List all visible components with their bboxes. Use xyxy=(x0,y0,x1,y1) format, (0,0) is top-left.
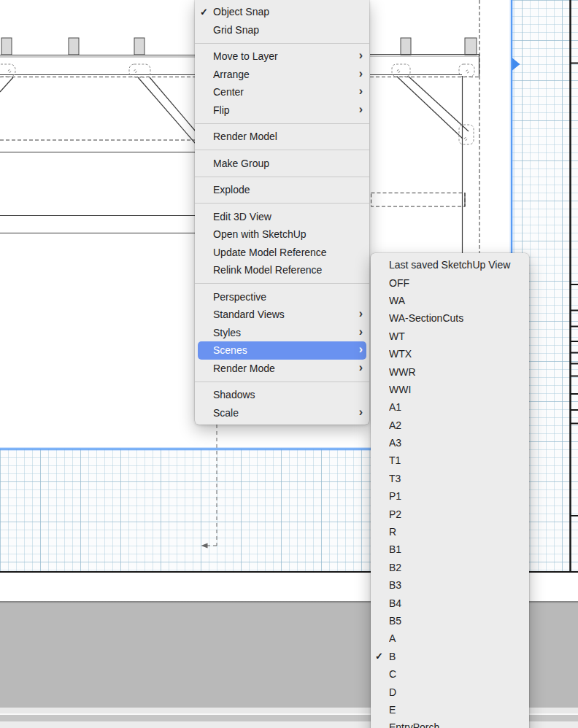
menu-item-label: Render Mode xyxy=(213,363,359,374)
scene-item-wt[interactable]: WT xyxy=(371,328,529,345)
menu-item-label: Move to Layer xyxy=(213,50,359,62)
scene-item-b2[interactable]: B2 xyxy=(371,559,529,576)
scene-item-p1[interactable]: P1 xyxy=(371,487,529,505)
scene-item-b[interactable]: ✓B xyxy=(371,648,529,665)
menu-item-label: B5 xyxy=(389,615,523,627)
scene-item-t3[interactable]: T3 xyxy=(371,470,529,487)
menu-item-label: Standard Views xyxy=(213,309,359,320)
menu-item-label: Relink Model Reference xyxy=(213,264,363,276)
menu-item-perspective[interactable]: Perspective xyxy=(195,288,369,306)
submenu-chevron-icon: › xyxy=(359,50,363,61)
menu-item-label: Arrange xyxy=(213,69,359,80)
scene-item-e[interactable]: E xyxy=(371,701,529,719)
menu-item-label: EntryPorch xyxy=(389,721,523,728)
selection-handle[interactable] xyxy=(512,58,520,71)
menu-item-styles[interactable]: Styles› xyxy=(195,324,369,342)
menu-item-label: WA xyxy=(389,295,523,306)
menu-item-move-to-layer[interactable]: Move to Layer› xyxy=(195,47,369,66)
leader-arrow-icon xyxy=(201,543,208,549)
submenu-chevron-icon: › xyxy=(359,85,363,97)
menu-item-arrange[interactable]: Arrange› xyxy=(195,66,369,84)
scene-item-wwi[interactable]: WWI xyxy=(371,381,529,398)
menu-separator xyxy=(195,203,369,204)
scene-item-off[interactable]: OFF xyxy=(371,274,529,291)
menu-item-label: WT xyxy=(389,330,523,342)
submenu-chevron-icon: › xyxy=(359,104,363,115)
menu-item-label: WA-SectionCuts xyxy=(389,312,523,324)
menu-item-open-with-sketchup[interactable]: Open with SketchUp xyxy=(195,225,369,244)
submenu-chevron-icon: › xyxy=(359,344,363,355)
submenu-chevron-icon: › xyxy=(359,362,363,373)
scene-item-b5[interactable]: B5 xyxy=(371,612,529,630)
menu-item-flip[interactable]: Flip› xyxy=(195,101,369,120)
scene-item-t1[interactable]: T1 xyxy=(371,452,529,469)
scene-item-b3[interactable]: B3 xyxy=(371,576,529,594)
menu-item-explode[interactable]: Explode xyxy=(195,181,369,199)
menu-item-label: A2 xyxy=(389,419,523,431)
scene-item-b4[interactable]: B4 xyxy=(371,594,529,611)
menu-item-label: Scale xyxy=(213,407,359,419)
menu-separator xyxy=(195,382,369,382)
checkmark-icon: ✓ xyxy=(200,7,213,18)
scene-item-wa[interactable]: WA xyxy=(371,292,529,309)
scene-item-c[interactable]: C xyxy=(371,665,529,683)
scene-item-entryporch[interactable]: EntryPorch xyxy=(371,719,529,728)
scene-item-a1[interactable]: A1 xyxy=(371,398,529,416)
scene-item-b1[interactable]: B1 xyxy=(371,541,529,558)
scene-item-a[interactable]: A xyxy=(371,630,529,647)
rafter-post xyxy=(401,38,411,55)
menu-item-label: WWR xyxy=(389,366,523,378)
menu-item-scenes[interactable]: Scenes› xyxy=(198,341,366,360)
menu-item-label: Object Snap xyxy=(213,6,363,18)
rafter-post xyxy=(134,38,144,55)
menu-item-label: Shadows xyxy=(213,389,363,400)
rafter-post xyxy=(465,38,477,55)
menu-item-label: WWI xyxy=(389,384,523,395)
context-menu-panel: ✓Object SnapGrid SnapMove to Layer›Arran… xyxy=(195,0,369,425)
menu-item-relink-model-reference[interactable]: Relink Model Reference xyxy=(195,261,369,279)
checkmark-icon: ✓ xyxy=(375,651,389,662)
menu-separator xyxy=(195,43,369,44)
menu-item-label: Render Model xyxy=(213,131,363,142)
dimension-leader-line xyxy=(201,425,217,548)
menu-item-label: Styles xyxy=(213,327,359,338)
menu-item-object-snap[interactable]: ✓Object Snap xyxy=(195,3,369,21)
menu-item-label: B3 xyxy=(389,579,523,591)
rafter-post xyxy=(1,38,12,55)
menu-item-label: WTX xyxy=(389,348,523,360)
menu-item-shadows[interactable]: Shadows xyxy=(195,386,369,404)
menu-item-label: P1 xyxy=(389,490,523,502)
menu-item-label: B4 xyxy=(389,597,523,609)
scene-item-a2[interactable]: A2 xyxy=(371,417,529,434)
menu-separator xyxy=(195,123,369,124)
menu-item-label: Grid Snap xyxy=(213,24,363,36)
menu-item-render-mode[interactable]: Render Mode› xyxy=(195,360,369,378)
scene-item-last-saved-sketchup-view[interactable]: Last saved SketchUp View xyxy=(371,256,529,274)
scene-item-a3[interactable]: A3 xyxy=(371,434,529,452)
menu-item-make-group[interactable]: Make Group xyxy=(195,155,369,173)
menu-item-label: Edit 3D View xyxy=(213,211,363,222)
scene-item-d[interactable]: D xyxy=(371,683,529,700)
menu-item-label: Flip xyxy=(213,104,359,116)
menu-item-scale[interactable]: Scale› xyxy=(195,404,369,422)
right-bent-elevation xyxy=(370,0,479,254)
left-bent-elevation xyxy=(0,38,196,233)
menu-item-edit-3d-view[interactable]: Edit 3D View xyxy=(195,208,369,226)
menu-item-update-model-reference[interactable]: Update Model Reference xyxy=(195,244,369,262)
menu-item-label: B xyxy=(389,651,523,662)
menu-item-label: R xyxy=(389,526,523,538)
scene-item-wtx[interactable]: WTX xyxy=(371,345,529,363)
menu-item-label: T1 xyxy=(389,454,523,466)
scene-item-p2[interactable]: P2 xyxy=(371,505,529,522)
menu-item-render-model[interactable]: Render Model xyxy=(195,128,369,146)
menu-item-label: Scenes xyxy=(213,344,359,356)
menu-item-center[interactable]: Center› xyxy=(195,83,369,101)
menu-item-standard-views[interactable]: Standard Views› xyxy=(195,306,369,324)
scene-item-wwr[interactable]: WWR xyxy=(371,363,529,380)
scene-item-wa-sectioncuts[interactable]: WA-SectionCuts xyxy=(371,309,529,327)
menu-item-label: B1 xyxy=(389,543,523,555)
menu-item-label: Open with SketchUp xyxy=(213,228,363,240)
scene-item-r[interactable]: R xyxy=(371,523,529,541)
menu-item-label: Perspective xyxy=(213,291,363,303)
menu-item-grid-snap[interactable]: Grid Snap xyxy=(195,21,369,39)
